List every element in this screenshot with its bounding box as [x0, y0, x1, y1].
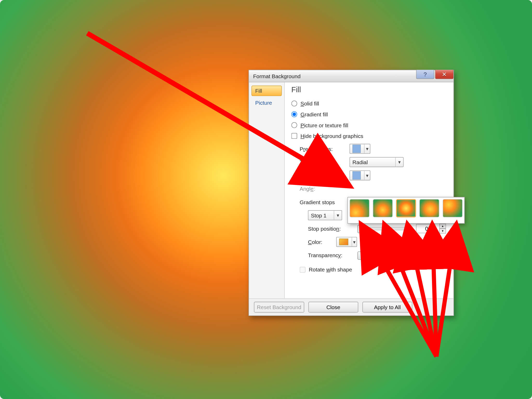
chevron-down-icon: ▼: [364, 171, 370, 180]
close-button[interactable]: ✕: [435, 70, 453, 79]
preset-colors-label: Preset colors:: [300, 146, 345, 152]
direction-preset-2[interactable]: [373, 199, 393, 217]
sidebar-item-picture[interactable]: Picture: [251, 98, 282, 108]
chevron-down-icon: ▼: [334, 211, 342, 220]
title-bar[interactable]: Format Background ? ✕: [249, 70, 453, 82]
sidebar: Fill Picture: [249, 82, 285, 298]
stop-position-spinner[interactable]: ▲▼: [439, 224, 446, 234]
paint-bucket-icon: [339, 238, 348, 245]
transparency-input[interactable]: [416, 251, 435, 260]
swatch-icon: [353, 171, 361, 179]
panel-heading: Fill: [291, 86, 446, 95]
slider-thumb[interactable]: [357, 251, 362, 260]
gradient-stops-label: Gradient stops: [300, 199, 335, 205]
radio-picture-texture-fill[interactable]: Picture or texture fill: [291, 120, 446, 130]
apply-to-all-button[interactable]: Apply to All: [362, 302, 412, 313]
chevron-down-icon: ▼: [352, 237, 357, 247]
direction-preset-1[interactable]: [350, 199, 370, 217]
stop-select-dropdown[interactable]: Stop 1 ▼: [308, 210, 342, 220]
type-label: Type:: [300, 159, 345, 165]
direction-preset-5[interactable]: [443, 199, 463, 217]
stop-select-value: Stop 1: [308, 211, 334, 220]
check-hide-background-graphics[interactable]: Hide background graphics: [291, 131, 446, 141]
dialog-footer: Reset Background Close Apply to All: [249, 298, 453, 316]
direction-preset-4[interactable]: [419, 199, 439, 217]
sidebar-item-fill[interactable]: Fill: [251, 86, 282, 96]
type-value: Radial: [350, 157, 395, 167]
direction-preset-3[interactable]: [396, 199, 416, 217]
check-rotate-with-shape[interactable]: Rotate with shape: [300, 267, 446, 273]
direction-presets-popup: [348, 197, 465, 223]
color-label: Color:: [308, 239, 332, 245]
direction-label: Direction:: [300, 172, 345, 178]
direction-dropdown[interactable]: ▼: [350, 170, 370, 180]
transparency-label: Transparency:: [308, 252, 354, 258]
chevron-down-icon: ▼: [364, 144, 370, 153]
reset-background-button[interactable]: Reset Background: [254, 302, 304, 313]
fill-panel: Fill Solid fill Gradient fill Picture or…: [285, 82, 454, 298]
radio-gradient-fill[interactable]: Gradient fill: [291, 109, 446, 119]
chevron-down-icon: ▼: [395, 157, 403, 167]
stop-position-input[interactable]: [416, 224, 435, 233]
stop-position-label: Stop position:: [308, 225, 354, 232]
transparency-slider[interactable]: [358, 254, 412, 257]
transparency-spinner[interactable]: ▲▼: [439, 250, 446, 260]
format-background-dialog: Format Background ? ✕ Fill Picture Fill …: [249, 70, 454, 316]
type-dropdown[interactable]: Radial ▼: [350, 157, 404, 167]
preset-colors-dropdown[interactable]: ▼: [350, 144, 370, 154]
help-button[interactable]: ?: [416, 70, 434, 79]
stop-color-dropdown[interactable]: ▼: [336, 237, 357, 247]
radio-solid-fill[interactable]: Solid fill: [291, 98, 446, 108]
close-dialog-button[interactable]: Close: [308, 302, 358, 313]
stop-position-slider[interactable]: [358, 227, 412, 230]
angle-label: Angle:: [300, 185, 345, 192]
dialog-title: Format Background: [253, 73, 301, 79]
swatch-icon: [353, 145, 361, 153]
slider-thumb[interactable]: [357, 225, 362, 233]
